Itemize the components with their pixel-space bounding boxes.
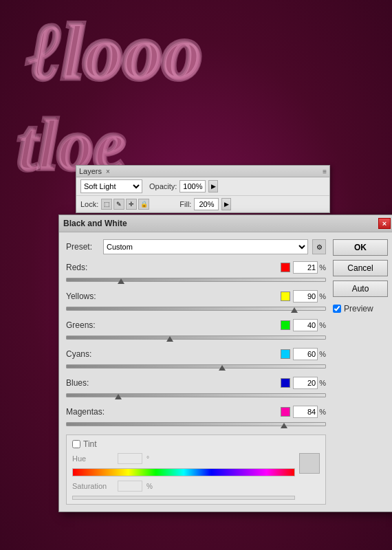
yellows-value-input[interactable]: [293, 290, 318, 302]
reds-label: Reds:: [66, 263, 114, 272]
layers-close-tab-btn[interactable]: ×: [105, 168, 111, 175]
yellows-swatch: [281, 292, 290, 301]
cyans-pct: %: [319, 350, 326, 358]
layers-panel-menu[interactable]: ≡: [323, 168, 327, 175]
greens-value-container: %: [293, 319, 326, 331]
preset-row: Preset: Custom ⚙: [66, 239, 326, 254]
magentas-slider-row: Magentas: %: [66, 406, 326, 429]
yellows-slider-row: Yellows: %: [66, 290, 326, 314]
reds-slider-track[interactable]: [66, 275, 326, 285]
blues-value-container: %: [293, 377, 326, 389]
preview-checkbox[interactable]: [333, 305, 341, 313]
greens-swatch: [281, 320, 290, 330]
hue-unit: °: [146, 455, 149, 463]
lock-all-btn[interactable]: 🔒: [138, 199, 149, 210]
yellows-slider-bg: [66, 307, 326, 311]
greens-slider-track[interactable]: [66, 333, 326, 342]
candy-text-1: ℓlooo: [28, 7, 202, 98]
hue-slider-track: [72, 468, 295, 476]
fill-label: Fill:: [179, 200, 191, 208]
lock-transparent-btn[interactable]: ⬚: [101, 199, 112, 210]
cyans-slider-bg: [66, 364, 326, 368]
opacity-label: Opacity:: [149, 182, 177, 190]
greens-slider-header: Greens: %: [66, 319, 326, 331]
sat-label: Saturation: [72, 482, 113, 490]
magentas-slider-track[interactable]: [66, 419, 326, 429]
sat-slider-track: [72, 496, 295, 500]
yellows-pct: %: [319, 292, 326, 300]
tint-section: Tint Hue ° Saturation: [66, 434, 326, 505]
layers-titlebar: Layers × ≡: [76, 166, 329, 177]
layers-blend-row: Soft Light Opacity: ▶: [76, 177, 329, 196]
layers-panel: Layers × ≡ Soft Light Opacity: ▶ Lock: ⬚…: [76, 165, 330, 213]
cyans-slider-track[interactable]: [66, 362, 326, 371]
opacity-input[interactable]: [179, 180, 206, 192]
cyans-slider-thumb: [219, 365, 226, 371]
preset-label: Preset:: [66, 242, 99, 252]
layers-lock-row: Lock: ⬚ ✎ ✛ 🔒 Fill: ▶: [76, 196, 329, 212]
yellows-value-container: %: [293, 290, 326, 302]
hue-row: Hue °: [72, 453, 295, 464]
blues-swatch: [281, 378, 290, 388]
lock-pixels-btn[interactable]: ✎: [113, 199, 124, 210]
blend-mode-select[interactable]: Soft Light: [80, 179, 142, 193]
cyans-swatch: [281, 349, 290, 359]
tint-label: Tint: [83, 439, 97, 449]
bw-left-panel: Preset: Custom ⚙ Reds: %: [66, 239, 326, 505]
preset-options-btn[interactable]: ⚙: [312, 239, 326, 254]
reds-pct: %: [319, 263, 326, 272]
magentas-value-input[interactable]: [293, 406, 318, 418]
reds-slider-header: Reds: %: [66, 261, 326, 274]
greens-slider-bg: [66, 336, 326, 340]
tint-checkbox[interactable]: [72, 440, 80, 448]
magentas-swatch: [281, 407, 290, 417]
ok-button[interactable]: OK: [333, 239, 388, 256]
blues-slider-header: Blues: %: [66, 377, 326, 389]
reds-value-input[interactable]: [293, 261, 318, 274]
sat-row: Saturation %: [72, 481, 295, 492]
blues-slider-thumb: [115, 394, 122, 399]
magentas-value-container: %: [293, 406, 326, 418]
reds-swatch: [281, 263, 290, 272]
blues-value-input[interactable]: [293, 377, 318, 389]
magentas-pct: %: [319, 408, 326, 416]
cyans-label: Cyans:: [66, 349, 114, 359]
magentas-slider-header: Magentas: %: [66, 406, 326, 418]
auto-button[interactable]: Auto: [333, 280, 388, 297]
magentas-label: Magentas:: [66, 407, 114, 417]
tint-color-swatch[interactable]: [299, 453, 320, 474]
greens-slider-thumb: [166, 336, 173, 342]
cancel-button[interactable]: Cancel: [333, 260, 388, 276]
sat-unit: %: [146, 483, 153, 490]
cyans-slider-header: Cyans: %: [66, 348, 326, 360]
greens-value-input[interactable]: [293, 319, 318, 331]
layers-panel-title: Layers: [79, 167, 102, 175]
magentas-slider-thumb: [281, 423, 287, 428]
greens-pct: %: [319, 321, 326, 329]
blues-slider-track[interactable]: [66, 390, 326, 400]
greens-label: Greens:: [66, 320, 114, 330]
blues-slider-bg: [66, 393, 326, 397]
sat-value-input: [118, 481, 142, 492]
yellows-label: Yellows:: [66, 292, 114, 301]
tint-header: Tint: [72, 439, 320, 449]
fill-input[interactable]: [194, 198, 219, 210]
preset-select[interactable]: Custom: [103, 239, 308, 254]
layers-title-left: Layers ×: [79, 167, 111, 175]
reds-slider-bg: [66, 278, 326, 282]
greens-slider-row: Greens: %: [66, 319, 326, 342]
lock-label: Lock:: [80, 200, 98, 208]
yellows-slider-track[interactable]: [66, 304, 326, 314]
opacity-arrow-btn[interactable]: ▶: [208, 180, 218, 192]
reds-value-container: %: [293, 261, 326, 274]
bw-dialog-title: Black and White: [63, 219, 127, 228]
fill-arrow-btn[interactable]: ▶: [221, 198, 231, 210]
blues-slider-row: Blues: %: [66, 377, 326, 400]
lock-position-btn[interactable]: ✛: [126, 199, 137, 210]
cyans-value-input[interactable]: [293, 348, 318, 360]
bw-content: Preset: Custom ⚙ Reds: %: [59, 232, 392, 512]
blues-label: Blues:: [66, 378, 114, 388]
bw-right-panel: OK Cancel Auto Preview: [333, 239, 388, 505]
bw-close-btn[interactable]: ×: [378, 218, 391, 229]
cyans-slider-row: Cyans: %: [66, 348, 326, 371]
